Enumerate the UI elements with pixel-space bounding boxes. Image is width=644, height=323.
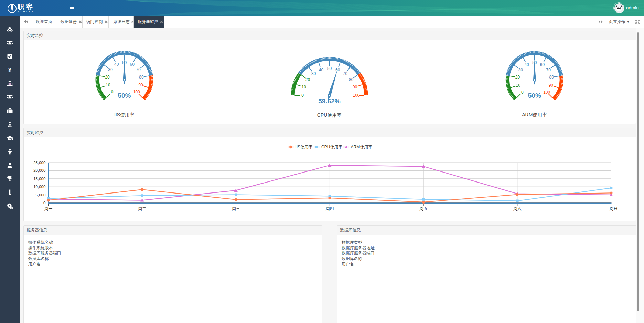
svg-text:30: 30: [108, 67, 113, 72]
svg-text:70: 70: [136, 67, 141, 72]
svg-text:0: 0: [301, 93, 304, 98]
svg-text:80: 80: [549, 75, 554, 80]
svg-text:70: 70: [546, 67, 551, 72]
svg-text:20: 20: [515, 75, 520, 80]
svg-text:10: 10: [302, 85, 307, 90]
svg-text:30: 30: [311, 71, 316, 76]
svg-text:0: 0: [521, 90, 524, 95]
svg-text:10: 10: [106, 83, 110, 87]
svg-text:10: 10: [516, 83, 521, 88]
svg-text:30: 30: [518, 67, 523, 72]
svg-text:60: 60: [540, 62, 545, 67]
svg-text:50%: 50%: [528, 92, 541, 99]
svg-text:100: 100: [353, 93, 359, 98]
svg-text:50%: 50%: [118, 92, 131, 99]
svg-text:40: 40: [319, 67, 324, 72]
svg-text:100: 100: [133, 90, 140, 94]
svg-text:ARM使用率: ARM使用率: [522, 112, 547, 117]
svg-text:40: 40: [524, 62, 529, 67]
svg-text:90: 90: [138, 83, 143, 87]
svg-text:IIS使用率: IIS使用率: [114, 112, 135, 117]
svg-text:90: 90: [353, 85, 357, 90]
svg-text:80: 80: [139, 75, 144, 80]
svg-text:80: 80: [349, 77, 354, 82]
svg-text:60: 60: [130, 62, 135, 67]
svg-text:59.62%: 59.62%: [318, 97, 341, 105]
svg-text:50: 50: [327, 66, 332, 71]
svg-text:CPU使用率: CPU使用率: [317, 112, 342, 118]
svg-text:70: 70: [343, 71, 348, 76]
svg-text:100: 100: [543, 90, 550, 95]
svg-text:90: 90: [549, 83, 554, 88]
svg-text:20: 20: [105, 75, 110, 80]
svg-text:0: 0: [111, 90, 114, 94]
svg-text:40: 40: [114, 62, 119, 67]
svg-text:20: 20: [305, 77, 310, 82]
svg-text:60: 60: [335, 67, 340, 72]
